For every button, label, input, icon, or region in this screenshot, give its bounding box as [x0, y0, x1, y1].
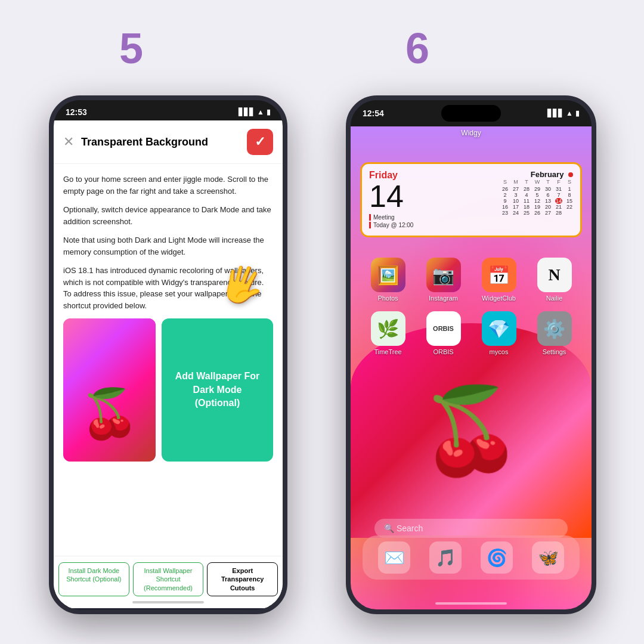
dock-music[interactable]: 🎵	[429, 541, 462, 574]
app-mycos[interactable]: 💎 mycos	[475, 311, 523, 355]
cherry-wallpaper	[63, 318, 156, 462]
widget-top: Friday 14 Meeting Today @ 12:00 February	[369, 170, 573, 230]
app-timetree[interactable]: 🌿 TimeTree	[364, 311, 412, 355]
search-text: 🔍 Search	[384, 524, 423, 533]
battery-icon-6: ▮	[575, 109, 580, 117]
status-icons-6: ▋▋▋ ▲ ▮	[547, 109, 580, 117]
app-header: ✕ Transparent Background ✓	[54, 120, 283, 164]
signal-icon: ▋▋▋	[239, 108, 255, 116]
phone6-frame: 12:54 ▋▋▋ ▲ ▮ Friday 14 Meeting Today @ …	[346, 95, 596, 614]
nailie-icon: N	[537, 258, 572, 292]
month-dot	[568, 172, 573, 177]
orbis-label: ORBIS	[433, 348, 453, 355]
mini-calendar: SMTWTFS 2627282930311 2345678 9101112131…	[501, 179, 573, 216]
app-instagram[interactable]: 📷 Instagram	[420, 258, 467, 302]
para2: Optionally, switch device appearance to …	[63, 204, 273, 227]
dock-app4[interactable]: 🦋	[532, 541, 564, 574]
widgetclub-label: WidgetClub	[482, 295, 516, 302]
icon-row-1: 🖼️ Photos 📷 Instagram 📅 WidgetClub N Nai…	[360, 258, 582, 302]
nailie-label: Nailie	[546, 295, 563, 302]
home-indicator-5	[132, 601, 204, 603]
widgetclub-icon: 📅	[482, 258, 516, 292]
app-body: Go to your home screen and enter jiggle …	[54, 164, 283, 477]
export-cutouts-button[interactable]: Export Transparency Cutouts	[207, 562, 278, 596]
photos-icon: 🖼️	[371, 258, 405, 292]
checkmark-button[interactable]: ✓	[247, 129, 273, 155]
widget-month: February	[501, 170, 573, 179]
dock-mail[interactable]: ✉️	[378, 541, 410, 574]
cal-header: SMTWTFS	[501, 179, 573, 185]
event2: Today @ 12:00	[369, 222, 501, 228]
instagram-icon: 📷	[426, 258, 461, 292]
widget-right: February SMTWTFS 2627282930311 2345678 9…	[501, 170, 573, 216]
home-indicator-6	[435, 602, 507, 605]
wifi-icon-6: ▲	[566, 109, 573, 117]
signal-icon-6: ▋▋▋	[547, 109, 564, 117]
status-icons-5: ▋▋▋ ▲ ▮	[239, 108, 271, 116]
wallpaper-left[interactable]: Edit 🗑️	[63, 318, 156, 462]
widget-left: Friday 14 Meeting Today @ 12:00	[369, 170, 501, 230]
app-title: Transparent Background	[81, 136, 247, 148]
mycos-icon: 💎	[482, 311, 516, 346]
photos-label: Photos	[377, 295, 398, 302]
wallpaper-right[interactable]: Add Wallpaper For Dark Mode (Optional)	[162, 318, 273, 462]
status-bar-5: 12:53 ▋▋▋ ▲ ▮	[54, 100, 283, 120]
time-6: 12:54	[363, 109, 384, 118]
notch-bar: 12:54 ▋▋▋ ▲ ▮	[351, 100, 592, 126]
app-settings[interactable]: ⚙️ Settings	[531, 311, 578, 355]
install-dark-button[interactable]: Install Dark Mode Shortcut (Optional)	[58, 562, 129, 596]
mycos-label: mycos	[490, 348, 509, 355]
calendar-widget[interactable]: Friday 14 Meeting Today @ 12:00 February	[360, 162, 582, 237]
widget-events: Meeting Today @ 12:00	[369, 214, 501, 228]
add-dark-label: Add Wallpaper For Dark Mode (Optional)	[171, 370, 264, 410]
event1: Meeting	[369, 214, 501, 221]
timetree-icon: 🌿	[371, 311, 405, 346]
wallpaper-section: Edit 🗑️ Add Wallpaper For Dark Mode (Opt…	[63, 318, 273, 462]
timetree-label: TimeTree	[374, 348, 401, 355]
time-5: 12:53	[66, 107, 87, 117]
dock: ✉️ 🎵 🌀 🦋	[363, 535, 580, 580]
orbis-icon: ORBIS	[426, 311, 461, 346]
app-grid: 🖼️ Photos 📷 Instagram 📅 WidgetClub N Nai…	[351, 258, 592, 365]
widget-date: 14	[369, 181, 501, 212]
wifi-icon: ▲	[257, 108, 264, 116]
para1: Go to your home screen and enter jiggle …	[63, 174, 273, 197]
battery-icon: ▮	[267, 108, 271, 116]
bottom-bar: Install Dark Mode Shortcut (Optional) In…	[54, 556, 283, 608]
instagram-label: Instagram	[429, 295, 458, 302]
install-wallpaper-button[interactable]: Install Wallpaper Shortcut (Recommended)	[133, 562, 204, 596]
widgy-label: Widgy	[351, 129, 592, 137]
app-widgetclub[interactable]: 📅 WidgetClub	[475, 258, 523, 302]
dock-app3[interactable]: 🌀	[481, 541, 513, 574]
app-orbis[interactable]: ORBIS ORBIS	[420, 311, 467, 355]
icon-row-2: 🌿 TimeTree ORBIS ORBIS 💎 mycos ⚙️ Settin…	[360, 311, 582, 355]
settings-label: Settings	[543, 348, 566, 355]
close-button[interactable]: ✕	[63, 134, 74, 150]
step6-number: 6	[405, 24, 429, 73]
app-photos[interactable]: 🖼️ Photos	[364, 258, 412, 302]
step5-number: 5	[119, 24, 143, 73]
para3: Note that using both Dark and Light Mode…	[63, 234, 273, 258]
phone5-frame: 12:53 ▋▋▋ ▲ ▮ ✕ Transparent Background ✓…	[49, 95, 287, 614]
settings-icon: ⚙️	[537, 311, 572, 346]
home-screen[interactable]: Friday 14 Meeting Today @ 12:00 February	[351, 126, 592, 609]
app-nailie[interactable]: N Nailie	[531, 258, 578, 302]
dynamic-island	[441, 105, 501, 122]
app-content-5: ✕ Transparent Background ✓ Go to your ho…	[54, 120, 283, 608]
